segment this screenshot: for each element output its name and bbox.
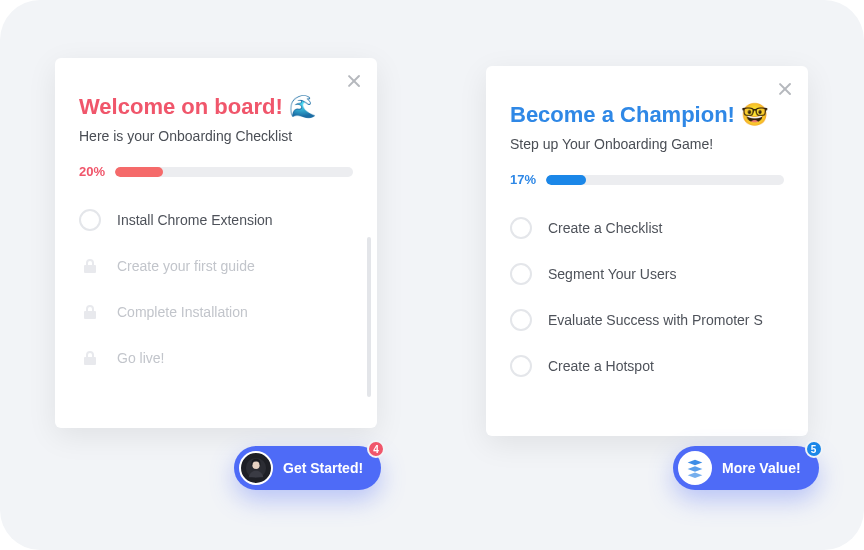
- card-title-text: Welcome on board!: [79, 94, 283, 120]
- checklist-item[interactable]: Install Chrome Extension: [79, 197, 353, 243]
- checklist: Create a Checklist Segment Your Users Ev…: [510, 205, 784, 389]
- progress-fill: [115, 167, 163, 177]
- card-subtitle: Step up Your Onboarding Game!: [510, 136, 784, 152]
- card-title-text: Become a Champion!: [510, 102, 735, 128]
- progress-bar: [546, 175, 784, 185]
- progress-fill: [546, 175, 586, 185]
- card-title: Welcome on board! 🌊: [79, 94, 353, 120]
- checklist-item-label: Go live!: [117, 350, 164, 366]
- notification-badge: 4: [367, 440, 385, 458]
- progress-row: 17%: [510, 172, 784, 187]
- progress-percent: 17%: [510, 172, 536, 187]
- checklist-item[interactable]: Go live!: [79, 335, 353, 381]
- champion-card: Become a Champion! 🤓 Step up Your Onboar…: [486, 66, 808, 436]
- checklist-item-label: Install Chrome Extension: [117, 212, 273, 228]
- unchecked-circle-icon: [510, 217, 532, 239]
- fab-label: More Value!: [722, 460, 801, 476]
- checklist-item-label: Complete Installation: [117, 304, 248, 320]
- progress-row: 20%: [79, 164, 353, 179]
- unchecked-circle-icon: [79, 209, 101, 231]
- checklist-item-label: Evaluate Success with Promoter S: [548, 312, 763, 328]
- checklist-item[interactable]: Segment Your Users: [510, 251, 784, 297]
- get-started-button[interactable]: Get Started! 4: [234, 446, 381, 490]
- scrollbar[interactable]: [367, 237, 371, 397]
- nerd-emoji-icon: 🤓: [741, 102, 768, 128]
- unchecked-circle-icon: [510, 263, 532, 285]
- checklist: Install Chrome Extension Create your fir…: [79, 197, 353, 381]
- checklist-item-label: Create a Hotspot: [548, 358, 654, 374]
- wave-emoji-icon: 🌊: [289, 94, 316, 120]
- card-title: Become a Champion! 🤓: [510, 102, 784, 128]
- card-subtitle: Here is your Onboarding Checklist: [79, 128, 353, 144]
- checklist-item[interactable]: Evaluate Success with Promoter S: [510, 297, 784, 343]
- close-icon[interactable]: [776, 80, 794, 98]
- avatar: [239, 451, 273, 485]
- checklist-item[interactable]: Create your first guide: [79, 243, 353, 289]
- fab-label: Get Started!: [283, 460, 363, 476]
- checklist-item-label: Create your first guide: [117, 258, 255, 274]
- onboarding-card: Welcome on board! 🌊 Here is your Onboard…: [55, 58, 377, 428]
- canvas: Welcome on board! 🌊 Here is your Onboard…: [0, 0, 864, 550]
- progress-bar: [115, 167, 353, 177]
- stack-icon: [678, 451, 712, 485]
- checklist-item-label: Create a Checklist: [548, 220, 662, 236]
- lock-icon: [79, 255, 101, 277]
- unchecked-circle-icon: [510, 309, 532, 331]
- checklist-item[interactable]: Create a Checklist: [510, 205, 784, 251]
- checklist-item-label: Segment Your Users: [548, 266, 676, 282]
- svg-point-1: [252, 462, 259, 469]
- lock-icon: [79, 347, 101, 369]
- checklist-item[interactable]: Complete Installation: [79, 289, 353, 335]
- checklist-item[interactable]: Create a Hotspot: [510, 343, 784, 389]
- progress-percent: 20%: [79, 164, 105, 179]
- more-value-button[interactable]: More Value! 5: [673, 446, 819, 490]
- notification-badge: 5: [805, 440, 823, 458]
- close-icon[interactable]: [345, 72, 363, 90]
- lock-icon: [79, 301, 101, 323]
- unchecked-circle-icon: [510, 355, 532, 377]
